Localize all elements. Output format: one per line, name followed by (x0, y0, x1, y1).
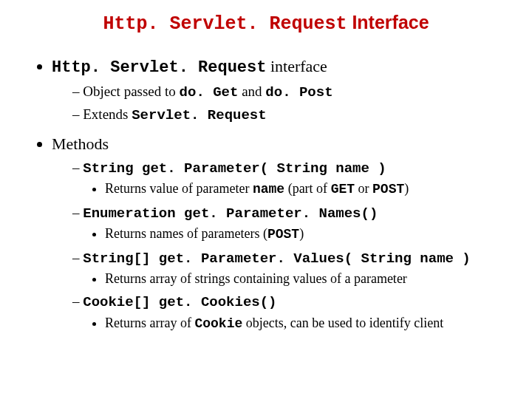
method-desc-list: Returns names of parameters (POST) (72, 225, 504, 243)
bullet-interface: Http. Servlet. Request interface Object … (52, 55, 504, 126)
text: Extends (83, 106, 132, 122)
interface-sublist: Object passed to do. Get and do. Post Ex… (52, 82, 504, 126)
text: (part of (284, 181, 330, 196)
sub-extends: Extends Servlet. Request (72, 105, 504, 126)
sub-object-passed: Object passed to do. Get and do. Post (72, 82, 504, 103)
interface-code: Http. Servlet. Request (52, 58, 266, 77)
method-desc: Returns names of parameters (POST) (105, 225, 504, 243)
text: Returns array of (105, 316, 194, 330)
method-desc: Returns array of Cookie objects, can be … (105, 314, 504, 332)
interface-suffix: interface (266, 57, 327, 75)
method-sig: Enumeration get. Parameter. Names() (83, 205, 378, 222)
method-sig: String[] get. Parameter. Values( String … (83, 250, 471, 267)
bullet-list: Http. Servlet. Request interface Object … (28, 55, 504, 332)
method-sig: Cookie[] get. Cookies() (83, 294, 276, 310)
text: ) (299, 226, 304, 241)
method-desc-list: Returns value of parameter name (part of… (72, 180, 504, 198)
code-servletrequest: Servlet. Request (132, 107, 266, 123)
code-post: POST (267, 227, 299, 242)
method-getparameter: String get. Parameter( String name ) Ret… (72, 158, 504, 199)
methods-label: Methods (52, 134, 109, 153)
text: Returns value of parameter (105, 181, 253, 196)
method-desc-list: Returns array of strings containing valu… (72, 270, 504, 287)
text: and (238, 83, 265, 99)
code-doget: do. Get (180, 84, 239, 100)
title-suffix: Interface (347, 12, 429, 33)
code-name: name (253, 182, 284, 197)
title-code: Http. Servlet. Request (103, 13, 347, 35)
code-get: GET (331, 182, 355, 197)
method-desc: Returns array of strings containing valu… (105, 270, 504, 287)
method-desc: Returns value of parameter name (part of… (105, 180, 504, 198)
bullet-methods: Methods String get. Parameter( String na… (52, 133, 504, 332)
text: Object passed to (83, 83, 179, 99)
method-sig: String get. Parameter( String name ) (83, 160, 386, 177)
text: objects, can be used to identify client (242, 316, 443, 330)
method-desc-list: Returns array of Cookie objects, can be … (72, 314, 504, 332)
text: or (355, 181, 372, 196)
methods-sublist: String get. Parameter( String name ) Ret… (52, 158, 504, 333)
code-dopost: do. Post (265, 84, 332, 100)
method-getparameternames: Enumeration get. Parameter. Names() Retu… (72, 203, 504, 244)
code-cookie: Cookie (194, 316, 242, 331)
code-post: POST (372, 182, 404, 197)
text: ) (404, 181, 409, 196)
slide-title: Http. Servlet. Request Interface (28, 12, 504, 35)
text: Returns array of strings containing valu… (105, 271, 407, 286)
method-getcookies: Cookie[] get. Cookies() Returns array of… (72, 292, 504, 332)
text: Returns names of parameters ( (105, 226, 267, 241)
method-getparametervalues: String[] get. Parameter. Values( String … (72, 248, 504, 288)
slide: Http. Servlet. Request Interface Http. S… (0, 0, 532, 355)
